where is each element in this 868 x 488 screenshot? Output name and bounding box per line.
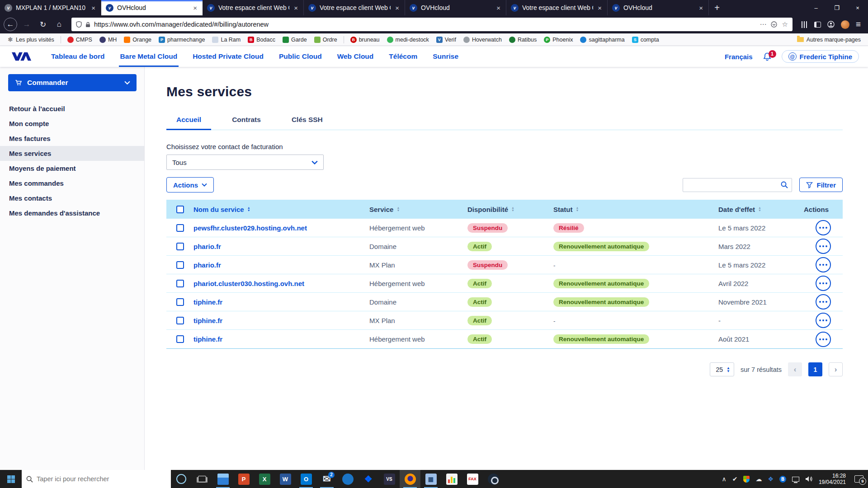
bookmark-item[interactable]: ✱Les plus visités xyxy=(5,37,57,43)
taskbar-search[interactable] xyxy=(22,470,171,488)
firefox-icon[interactable] xyxy=(400,470,420,488)
bookmark-item[interactable]: Ratibus xyxy=(506,37,539,43)
file-explorer-icon[interactable] xyxy=(212,470,233,488)
nav-item-public-cloud[interactable]: Public Cloud xyxy=(271,46,330,67)
page-actions-icon[interactable]: ⋯ xyxy=(760,20,766,28)
fax-app-icon[interactable]: FAX xyxy=(462,470,483,488)
browser-tab[interactable]: v Votre espace client Web OVHcl × xyxy=(203,0,304,15)
service-name-link[interactable]: tiphine.fr xyxy=(193,335,369,343)
bookmark-item[interactable]: Orange xyxy=(121,37,154,43)
browser-tab[interactable]: v OVHcloud × xyxy=(608,0,709,15)
start-button[interactable] xyxy=(0,470,22,488)
back-button[interactable]: ← xyxy=(4,18,17,31)
header-service[interactable]: Service ▲▼ xyxy=(369,206,467,213)
window-restore-button[interactable]: ❐ xyxy=(826,0,847,15)
browser-tab-active[interactable]: v OVHcloud × xyxy=(101,0,203,15)
bookmark-item[interactable]: PPhoenix xyxy=(541,37,576,43)
library-icon[interactable] xyxy=(802,21,808,28)
nav-item-hosted-private-cloud[interactable]: Hosted Private Cloud xyxy=(185,46,271,67)
reload-button[interactable]: ↻ xyxy=(36,18,50,31)
task-view-icon[interactable] xyxy=(192,470,212,488)
padlock-icon[interactable] xyxy=(85,22,90,28)
bookmark-item[interactable]: VVerif xyxy=(434,37,459,43)
window-minimize-button[interactable]: – xyxy=(806,0,826,15)
row-actions-button[interactable] xyxy=(816,276,831,291)
page-size-select[interactable]: 25 ▲▼ xyxy=(710,362,734,376)
row-actions-button[interactable] xyxy=(816,332,831,347)
window-close-button[interactable]: × xyxy=(847,0,868,15)
sidebar-item-retour-accueil[interactable]: Retour à l'accueil xyxy=(0,101,144,116)
tab-close-icon[interactable]: × xyxy=(192,4,198,12)
word-icon[interactable]: W xyxy=(275,470,296,488)
bookmark-item[interactable]: BBodacc xyxy=(245,37,278,43)
service-name-link[interactable]: phariot.cluster030.hosting.ovh.net xyxy=(193,280,369,287)
url-bar[interactable]: https://www.ovh.com/manager/dedicated/#/… xyxy=(71,18,793,31)
row-checkbox[interactable] xyxy=(176,280,184,287)
sidebar-item-mon-compte[interactable]: Mon compte xyxy=(0,116,144,131)
bluetooth-icon[interactable]: B xyxy=(779,476,786,483)
service-name-link[interactable]: pewsfhr.cluster029.hosting.ovh.net xyxy=(193,224,369,232)
bookmark-item[interactable]: Garde xyxy=(280,37,310,43)
actions-dropdown-button[interactable]: Actions xyxy=(166,177,214,192)
pocket-icon[interactable] xyxy=(771,21,777,28)
billing-contact-select[interactable]: Tous xyxy=(166,155,324,170)
tab-close-icon[interactable]: × xyxy=(597,4,603,12)
sidebar-item-mes-commandes[interactable]: Mes commandes xyxy=(0,176,144,191)
language-selector[interactable]: Français xyxy=(725,53,753,61)
vs-app-icon[interactable]: VS xyxy=(379,470,400,488)
calculator-icon[interactable]: ▦ xyxy=(420,470,441,488)
steam-icon[interactable] xyxy=(483,470,504,488)
sidebar-toggle-icon[interactable] xyxy=(814,22,821,28)
onedrive-icon[interactable]: ☁ xyxy=(755,475,762,483)
sort-icon[interactable]: ▲▼ xyxy=(511,206,514,212)
service-name-link[interactable]: tiphine.fr xyxy=(193,317,369,324)
order-button[interactable]: Commander xyxy=(8,74,137,91)
next-page-button[interactable]: › xyxy=(829,362,843,376)
bookmark-item[interactable]: medi-destock xyxy=(384,37,432,43)
row-actions-button[interactable] xyxy=(816,220,831,235)
tracking-shield-icon[interactable] xyxy=(76,21,82,28)
bookmark-item[interactable]: La Ram xyxy=(209,37,243,43)
sort-icon[interactable]: ▲▼ xyxy=(247,206,250,212)
browser-tab[interactable]: v Votre espace client Web OVHcl × xyxy=(506,0,608,15)
nav-item-bare-metal-cloud[interactable]: Bare Metal Cloud xyxy=(113,46,185,67)
ovh-logo[interactable] xyxy=(12,52,32,61)
search-icon[interactable] xyxy=(781,181,788,188)
header-date-effet[interactable]: Date d'effet ▲▼ xyxy=(718,206,804,213)
tab-close-icon[interactable]: × xyxy=(394,4,400,12)
defender-shield-icon[interactable] xyxy=(743,476,750,483)
row-checkbox[interactable] xyxy=(176,317,184,324)
powerpoint-icon[interactable]: P xyxy=(233,470,254,488)
forward-button[interactable]: → xyxy=(20,18,33,31)
nav-item-tableau-de-bord[interactable]: Tableau de bord xyxy=(43,46,113,67)
bookmark-item[interactable]: Ppharmechange xyxy=(156,37,208,43)
bookmark-item[interactable]: Hoverwatch xyxy=(461,37,505,43)
row-actions-button[interactable] xyxy=(816,313,831,328)
mail-icon[interactable]: ✉2 xyxy=(316,470,337,488)
bookmark-star-icon[interactable]: ☆ xyxy=(782,20,788,28)
bookmark-item[interactable]: Bbruneau xyxy=(348,37,382,43)
row-actions-button[interactable] xyxy=(816,294,831,310)
previous-page-button[interactable]: ‹ xyxy=(788,362,802,376)
row-actions-button[interactable] xyxy=(816,239,831,254)
sidebar-item-mes-services[interactable]: Mes services xyxy=(0,146,144,161)
bookmark-item[interactable]: CMPS xyxy=(65,37,95,43)
tab-close-icon[interactable]: × xyxy=(698,4,704,12)
taskbar-search-input[interactable] xyxy=(37,475,166,483)
bookmark-item[interactable]: MH xyxy=(97,37,119,43)
header-nom-du-service[interactable]: Nom du service ▲▼ xyxy=(193,206,369,213)
sort-icon[interactable]: ▲▼ xyxy=(396,206,400,212)
notifications-button[interactable]: 1 xyxy=(763,52,772,61)
network-icon[interactable] xyxy=(792,477,799,482)
dropbox-tray-icon[interactable]: ❖ xyxy=(768,475,774,483)
header-statut[interactable]: Statut ▲▼ xyxy=(553,206,718,213)
service-name-link[interactable]: phario.fr xyxy=(193,243,369,250)
service-search-input[interactable] xyxy=(687,181,781,188)
profile-avatar[interactable] xyxy=(841,20,849,29)
browser-tab[interactable]: v MXPLAN 1 / MXPLAN10 passer × xyxy=(0,0,101,15)
browser-tab[interactable]: v Votre espace client Web OVHcl × xyxy=(304,0,405,15)
cortana-icon[interactable] xyxy=(171,470,192,488)
tab-cles-ssh[interactable]: Clés SSH xyxy=(282,116,333,130)
account-icon[interactable] xyxy=(827,21,835,28)
clock[interactable]: 16:28 19/04/2021 xyxy=(819,473,846,485)
